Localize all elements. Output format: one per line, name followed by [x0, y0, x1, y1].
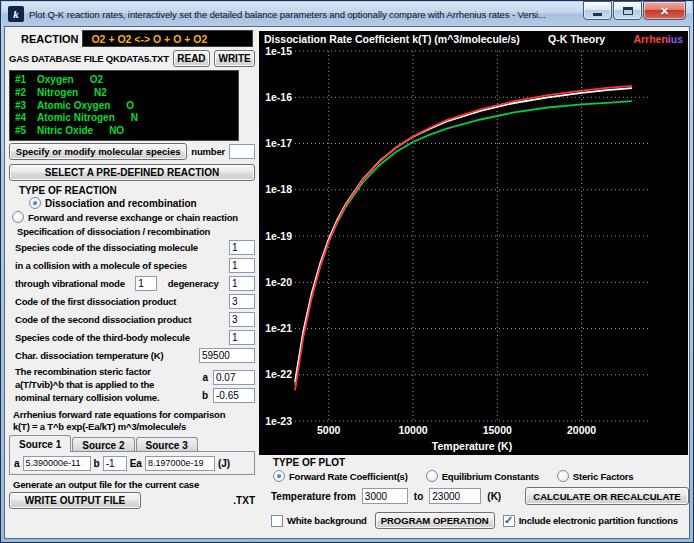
vibrational-mode-label: through vibrational mode: [15, 278, 125, 289]
arrhenius-equation: k(T) = a T^b exp(-Ea/kT) m^3/molecule/s: [13, 421, 186, 432]
vibrational-mode-input[interactable]: [135, 276, 157, 291]
type-of-plot-heading: TYPE OF PLOT: [273, 457, 345, 468]
temperature-to-input[interactable]: [429, 488, 481, 504]
row-label: Code of the second dissociation product: [15, 314, 191, 325]
checkbox-icon[interactable]: [271, 515, 283, 527]
species-name: Nitrogen: [37, 87, 78, 99]
radio-forward-reverse-exchange[interactable]: Forward and reverse exchange or chain re…: [12, 211, 238, 223]
row-label: Char. dissociation temperature (K): [15, 350, 163, 361]
read-button[interactable]: READ: [173, 50, 210, 67]
arrhenius-coefficients-panel: a b Ea (J): [9, 451, 255, 475]
output-extension-label: .TXT: [233, 495, 255, 506]
checkbox-icon[interactable]: [503, 515, 515, 527]
species-item-4[interactable]: #4 Atomic Nitrogen N: [15, 112, 233, 124]
species-item-2[interactable]: #2 Nitrogen N2: [15, 87, 233, 99]
a-label: a: [14, 458, 20, 469]
radio-icon[interactable]: [426, 470, 438, 482]
species-name: Atomic Oxygen: [37, 100, 110, 112]
reaction-label: REACTION: [21, 33, 78, 45]
minimize-button[interactable]: [583, 1, 612, 20]
maximize-button[interactable]: [613, 1, 642, 20]
radio-steric-factors[interactable]: Steric Factors: [557, 470, 634, 482]
svg-text:1e-22: 1e-22: [265, 368, 292, 380]
steric-b-label: b: [202, 390, 208, 401]
steric-a-input[interactable]: [213, 370, 255, 385]
svg-text:1e-17: 1e-17: [265, 137, 292, 149]
chart-area: Dissociation Rate Coefficient k(T) (m^3/…: [259, 31, 688, 455]
output-heading: Generate an output file for the current …: [13, 479, 199, 490]
species-num: #3: [15, 100, 37, 112]
svg-text:10000: 10000: [398, 424, 427, 436]
row-label: in a collision with a molecule of specie…: [15, 260, 187, 271]
app-icon: k: [8, 6, 24, 22]
radio-icon[interactable]: [273, 470, 285, 482]
maximize-icon: [623, 7, 633, 15]
arrhenius-ea-input[interactable]: [145, 456, 215, 471]
steric-inputs: a b: [202, 370, 255, 403]
specify-species-button[interactable]: Specify or modify molecular species: [9, 143, 187, 160]
output-row: WRITE OUTPUT FILE .TXT: [9, 492, 255, 509]
temperature-from-input[interactable]: [362, 488, 408, 504]
species-name: Nitric Oxide: [37, 125, 93, 137]
species-item-1[interactable]: #1 Oxygen O2: [15, 74, 233, 86]
svg-text:1e-15: 1e-15: [265, 45, 292, 57]
reaction-row: REACTION O2 + O2 <-> O + O + O2: [21, 30, 253, 47]
species-item-3[interactable]: #3 Atomic Oxygen O: [15, 100, 233, 112]
b-label: b: [94, 458, 100, 469]
radio-label: Steric Factors: [573, 471, 634, 482]
first-product-input[interactable]: [229, 294, 255, 309]
arrhenius-source-tabs: Source 1 Source 2 Source 3: [9, 435, 199, 452]
steric-b-input[interactable]: [213, 388, 255, 403]
electronic-partition-checkbox[interactable]: Include electronic partition functions: [503, 515, 678, 527]
dissociation-temperature-row: Char. dissociation temperature (K): [15, 347, 255, 363]
plot-canvas: 1e-231e-221e-211e-201e-191e-181e-171e-16…: [259, 31, 688, 455]
predefined-reaction-button[interactable]: SELECT A PRE-DEFINED REACTION: [9, 164, 255, 181]
first-product-row: Code of the first dissociation product: [15, 293, 255, 309]
dissociating-molecule-input[interactable]: [229, 240, 255, 255]
collision-species-input[interactable]: [229, 258, 255, 273]
svg-text:15000: 15000: [483, 424, 512, 436]
temperature-range-row: Temperature from to (K) CALCULATE OR REC…: [271, 487, 689, 505]
close-button[interactable]: ×: [643, 1, 686, 20]
species-number-input[interactable]: [229, 144, 255, 159]
arrhenius-a-input[interactable]: [23, 456, 91, 471]
radio-forward-rate[interactable]: Forward Rate Coefficient(s): [273, 470, 408, 482]
radio-dissociation-recombination[interactable]: Dissociation and recombination: [29, 197, 197, 209]
write-output-file-button[interactable]: WRITE OUTPUT FILE: [9, 492, 141, 509]
radio-icon[interactable]: [12, 211, 24, 223]
svg-text:1e-20: 1e-20: [265, 276, 292, 288]
species-num: #4: [15, 112, 37, 124]
write-button[interactable]: WRITE: [214, 50, 255, 67]
third-body-input[interactable]: [229, 330, 255, 345]
svg-text:5000: 5000: [317, 424, 341, 436]
calculate-button[interactable]: CALCULATE OR RECALCULATE: [525, 487, 689, 505]
tab-source-3[interactable]: Source 3: [136, 437, 198, 452]
radio-icon[interactable]: [29, 197, 41, 209]
degeneracy-input[interactable]: [229, 276, 255, 291]
temperature-from-label: Temperature from: [271, 491, 356, 502]
app-window: k Plot Q-K reaction rates, interactively…: [0, 0, 694, 543]
arrhenius-b-input[interactable]: [103, 456, 127, 471]
tab-source-2[interactable]: Source 2: [72, 437, 134, 452]
species-formula: N: [131, 112, 138, 124]
white-background-checkbox[interactable]: White background: [271, 515, 367, 527]
gas-database-label: GAS DATABASE FILE QKDATA5.TXT: [9, 53, 169, 64]
ea-units-label: (J): [218, 458, 230, 469]
temperature-units-label: (K): [487, 491, 501, 502]
x-axis-title: Temperature (K): [295, 440, 649, 452]
species-formula: O2: [90, 74, 103, 86]
dissociation-temperature-input[interactable]: [199, 348, 255, 363]
radio-equilibrium-constants[interactable]: Equilibrium Constants: [426, 470, 539, 482]
checkbox-label: Include electronic partition functions: [519, 515, 678, 526]
species-listbox[interactable]: #1 Oxygen O2 #2 Nitrogen N2 #3 Atomic Ox…: [9, 70, 239, 141]
second-product-input[interactable]: [229, 312, 255, 327]
tab-source-1[interactable]: Source 1: [9, 435, 71, 452]
species-num: #1: [15, 74, 37, 86]
titlebar[interactable]: k Plot Q-K reaction rates, interactively…: [2, 2, 692, 26]
program-operation-button[interactable]: PROGRAM OPERATION: [375, 512, 495, 529]
species-name: Oxygen: [37, 74, 74, 86]
type-of-reaction-heading: TYPE OF REACTION: [19, 185, 117, 196]
close-icon: ×: [660, 4, 668, 18]
species-item-5[interactable]: #5 Nitric Oxide NO: [15, 125, 233, 137]
radio-icon[interactable]: [557, 470, 569, 482]
